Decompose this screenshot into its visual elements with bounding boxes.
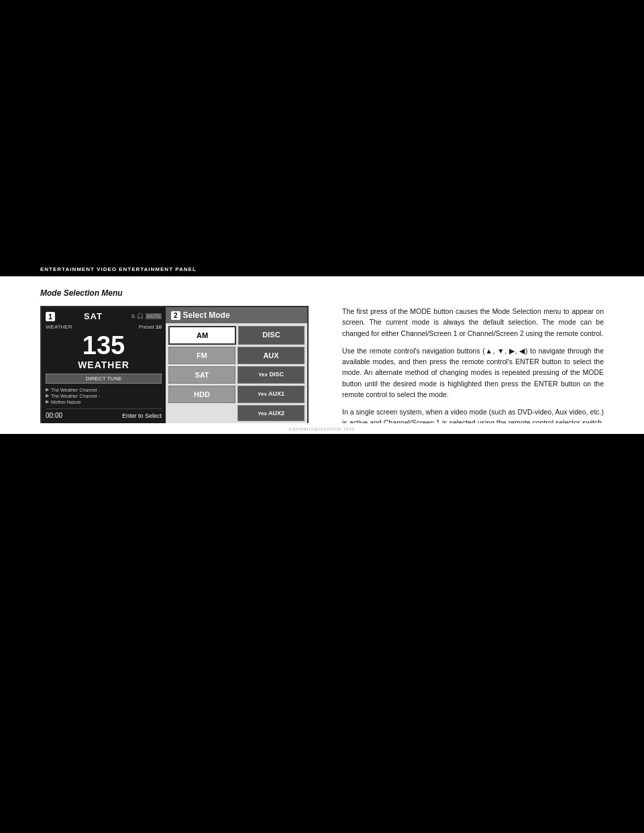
mode-row-5: Yes AUX2 — [168, 405, 305, 421]
enter-to-select: Enter to Select — [122, 412, 162, 419]
channel-name-3: Mother Nature — [51, 400, 81, 404]
disc-button[interactable]: DISC — [238, 326, 305, 345]
bottom-black-area — [0, 431, 644, 833]
aux-button[interactable]: AUX — [237, 347, 305, 364]
channel-item-3: ▶ Mother Nature — [46, 399, 162, 404]
section-title: Mode Selection Menu — [40, 288, 604, 298]
screen-number-2: 2 — [171, 311, 180, 320]
am-button[interactable]: AM — [168, 326, 236, 345]
sat-mode-button[interactable]: SAT — [168, 366, 235, 384]
channel-number: 135 — [46, 333, 162, 358]
sat-header: 1 SAT S 🎧 MUTE — [46, 311, 162, 321]
select-mode-title: Select Mode — [183, 311, 230, 320]
sat-footer: 00:00 Enter to Select — [46, 408, 162, 419]
preset-label: Preset 10 — [139, 324, 162, 330]
weather-label: WEATHER — [46, 324, 72, 330]
signal-icon: S — [131, 313, 135, 319]
sat-icons: S 🎧 MUTE — [131, 313, 162, 319]
page: ENTERTAINMENT VIDEO ENTERTAINMENT PANEL … — [0, 0, 644, 833]
mode-grid: AM DISC FM AUX SAT Yes DISC — [166, 323, 307, 424]
header-bar: ENTERTAINMENT VIDEO ENTERTAINMENT PANEL — [0, 262, 644, 276]
body-paragraph-2: Use the remote control's navigation butt… — [342, 345, 604, 400]
footer-watermark: carmanualsonline.info — [0, 423, 644, 434]
mute-badge: MUTE — [146, 313, 162, 319]
mode-row-4: HDD Yes AUX1 — [168, 386, 305, 403]
channel-arrow-2: ▶ — [46, 393, 49, 398]
direct-tune-button[interactable]: DIRECT TUNE — [46, 374, 162, 384]
channel-name: WEATHER — [46, 359, 162, 370]
mode-row-2: FM AUX — [168, 347, 305, 364]
screen-number-1: 1 — [46, 312, 55, 321]
sat-label: SAT — [84, 311, 103, 321]
body-paragraph-1: The first press of the MODE button cause… — [342, 306, 604, 339]
channel-item-2: ▶ The Weather Channel - — [46, 393, 162, 398]
yes-aux1-button[interactable]: Yes AUX1 — [237, 386, 305, 403]
channel-name-2: The Weather Channel - — [51, 394, 100, 398]
mode-header: 2 Select Mode — [166, 307, 307, 323]
empty-button — [168, 405, 235, 421]
headphone-icon: 🎧 — [137, 313, 144, 319]
mode-panel: 2 Select Mode AM DISC FM AUX — [166, 307, 307, 424]
sat-time: 00:00 — [46, 412, 62, 419]
yes-aux2-button[interactable]: Yes AUX2 — [237, 405, 305, 421]
footer-text: carmanualsonline.info — [289, 426, 356, 432]
top-black-area — [0, 0, 644, 262]
channel-name-1: The Weather Channel - — [51, 388, 100, 392]
sat-panel: 1 SAT S 🎧 MUTE WEATHER Preset 10 — [42, 307, 166, 424]
fm-button[interactable]: FM — [168, 347, 235, 364]
channel-arrow-3: ▶ — [46, 399, 49, 404]
channel-arrow-1: ▶ — [46, 387, 49, 392]
channel-list: ▶ The Weather Channel - ▶ The Weather Ch… — [46, 387, 162, 404]
yes-disc-button[interactable]: Yes DISC — [237, 366, 305, 384]
screen-display: 1 SAT S 🎧 MUTE WEATHER Preset 10 — [40, 306, 309, 425]
header-text: ENTERTAINMENT VIDEO ENTERTAINMENT PANEL — [0, 266, 197, 272]
mode-row-1: AM DISC — [168, 326, 305, 345]
hdd-button[interactable]: HDD — [168, 386, 235, 403]
channel-item-1: ▶ The Weather Channel - — [46, 387, 162, 392]
mode-row-3: SAT Yes DISC — [168, 366, 305, 384]
